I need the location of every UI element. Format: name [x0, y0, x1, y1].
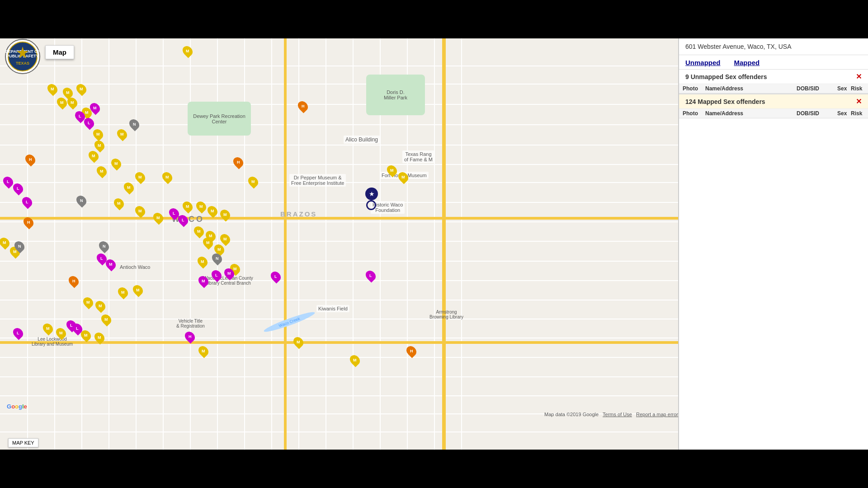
mapped-header: 124 Mapped Sex offenders ✕: [679, 94, 868, 109]
road: [244, 38, 245, 450]
mapped-close-button[interactable]: ✕: [856, 97, 862, 106]
map-pin-yellow[interactable]: M: [218, 232, 232, 246]
lee-lockwood: Lee Lockwood Library and Museum: [32, 337, 73, 347]
map-pin-yellow[interactable]: M: [115, 127, 129, 141]
col-dob: DOB/SID: [797, 110, 837, 117]
unmapped-section: 9 Unmapped Sex offenders ✕ Photo Name/Ad…: [679, 70, 868, 94]
unmapped-title: 9 Unmapped Sex offenders: [685, 73, 767, 80]
road: [54, 38, 55, 450]
road: [163, 38, 164, 450]
map-pin-yellow[interactable]: M: [348, 353, 362, 367]
map-pin-yellow[interactable]: M: [99, 312, 113, 326]
address-text: 601 Webster Avenue, Waco, TX, USA: [685, 43, 792, 50]
road: [27, 38, 28, 450]
col-name: Name/Address: [705, 85, 797, 92]
building-texas-ranger: Texas Rang of Fame & M: [402, 150, 434, 163]
unmapped-column-headers: Photo Name/Address DOB/SID Sex Risk: [679, 84, 868, 94]
antioch-waco: Antioch Waco: [120, 264, 150, 270]
map-pin-yellow[interactable]: M: [81, 295, 95, 309]
tab-unmapped[interactable]: Unmapped: [685, 59, 721, 69]
road: [298, 38, 299, 450]
col-name: Name/Address: [705, 110, 797, 117]
main-road: [442, 38, 446, 450]
circle-marker: [366, 200, 376, 210]
map-pin-orange[interactable]: H: [66, 274, 80, 288]
star-marker: ★: [365, 188, 378, 200]
col-risk: Risk: [851, 110, 864, 117]
map-pin-yellow[interactable]: M: [195, 254, 209, 268]
col-sex: Sex: [837, 110, 851, 117]
top-bar: [0, 0, 868, 38]
map-data-credit: Map data ©2019 Google Terms of Use Repor…: [544, 412, 678, 417]
road: [271, 38, 272, 450]
map-pin-yellow[interactable]: M: [41, 321, 55, 335]
vehicle-title: Vehicle Title & Registration: [176, 319, 205, 328]
kiwanis-field: Kiwanis Field: [316, 305, 349, 312]
map-pin-yellow[interactable]: M: [112, 196, 126, 210]
map-pin-yellow[interactable]: M: [93, 299, 107, 313]
unmapped-header: 9 Unmapped Sex offenders ✕: [679, 70, 868, 84]
building-pepper: Dr Pepper Museum & Free Enterprise Insti…: [289, 174, 346, 187]
app-container: Dewey Park Recreation Center Doris D. Mi…: [0, 0, 868, 488]
armstrong-browning: Armstrong Browning Library: [429, 310, 463, 319]
main-road: [284, 38, 287, 450]
map-pin-orange[interactable]: H: [231, 155, 245, 169]
waco-creek: Waco Creek: [263, 310, 316, 334]
unmapped-close-button[interactable]: ✕: [856, 72, 862, 81]
map-pin-yellow[interactable]: M: [246, 174, 260, 188]
map-pin-yellow[interactable]: M: [131, 283, 145, 297]
map-pin-yellow[interactable]: M: [192, 224, 206, 238]
map-pin-yellow[interactable]: M: [91, 127, 105, 141]
building-alico: Alico Building: [344, 136, 380, 144]
map-pin-yellow[interactable]: M: [94, 164, 108, 178]
col-photo: Photo: [683, 85, 705, 92]
map-button[interactable]: Map: [45, 45, 74, 59]
terms-of-use-link[interactable]: Terms of Use: [603, 412, 632, 417]
road: [434, 38, 435, 450]
map-pin-yellow[interactable]: M: [92, 138, 106, 152]
mapped-title: 124 Mapped Sex offenders: [685, 98, 765, 105]
bottom-bar: [0, 459, 868, 488]
park-dewey: Dewey Park Recreation Center: [188, 102, 251, 136]
col-photo: Photo: [683, 110, 705, 117]
map-pin-magenta[interactable]: L: [20, 195, 34, 209]
svg-text:TEXAS: TEXAS: [16, 61, 29, 66]
right-panel: 601 Webster Avenue, Waco, TX, USA Unmapp…: [678, 38, 868, 450]
col-risk: Risk: [851, 85, 864, 92]
map-pin-yellow[interactable]: M: [116, 285, 130, 299]
map-pin-yellow[interactable]: M: [180, 44, 194, 58]
road: [136, 38, 137, 450]
road: [326, 38, 326, 450]
map-pin-yellow[interactable]: M: [196, 344, 210, 358]
park-miller: Doris D. Miller Park: [366, 75, 425, 115]
col-sex: Sex: [837, 85, 851, 92]
google-logo: Google: [7, 403, 27, 410]
map-pin-gray[interactable]: N: [74, 193, 88, 207]
road: [353, 38, 354, 450]
map-label-brazos: BRAZOS: [280, 210, 317, 218]
road: [108, 38, 109, 450]
address-bar: 601 Webster Avenue, Waco, TX, USA: [679, 38, 868, 55]
report-error-link[interactable]: Report a map error: [636, 412, 678, 417]
tab-mapped[interactable]: Mapped: [734, 59, 760, 69]
col-dob: DOB/SID: [797, 85, 837, 92]
texas-dps-logo: DEPARTMENT OF PUBLIC SAFETY TEXAS: [5, 38, 41, 75]
panel-tabs: Unmapped Mapped: [679, 55, 868, 70]
mapped-list: [679, 118, 868, 450]
map-pin-yellow[interactable]: M: [109, 156, 123, 170]
road: [81, 38, 82, 450]
road: [190, 38, 191, 450]
road: [461, 38, 462, 450]
map-pin-yellow[interactable]: M: [0, 235, 12, 249]
mapped-column-headers: Photo Name/Address DOB/SID Sex Risk: [679, 109, 868, 118]
map-key-button[interactable]: MAP KEY: [8, 438, 38, 447]
mapped-section: 124 Mapped Sex offenders ✕ Photo Name/Ad…: [679, 94, 868, 450]
map-pin-gray[interactable]: N: [127, 117, 141, 131]
